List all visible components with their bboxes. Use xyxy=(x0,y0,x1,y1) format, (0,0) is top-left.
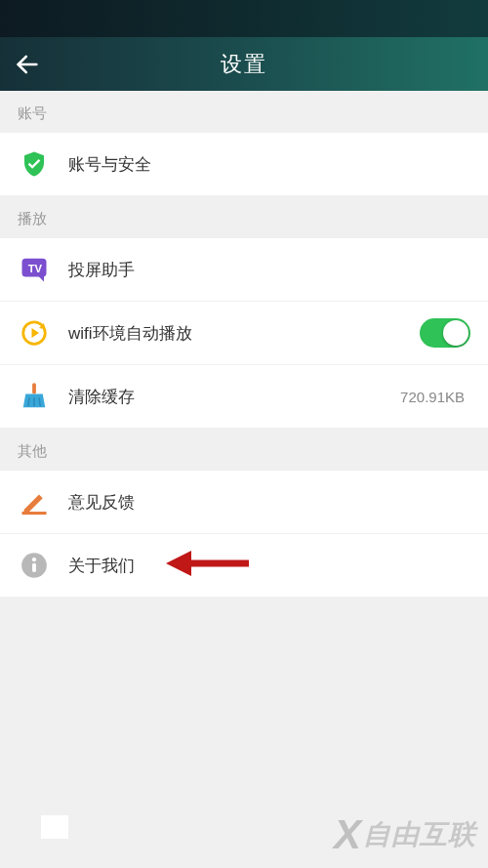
watermark-logo-icon: X xyxy=(334,811,361,858)
item-feedback[interactable]: 意见反馈 xyxy=(0,471,488,534)
shield-icon xyxy=(20,149,49,179)
svg-rect-11 xyxy=(32,563,36,572)
cast-icon: TV xyxy=(20,255,49,284)
item-account-security[interactable]: 账号与安全 xyxy=(0,133,488,196)
header: 设置 xyxy=(0,37,488,91)
svg-point-10 xyxy=(32,558,36,561)
wifi-autoplay-toggle[interactable] xyxy=(420,318,470,348)
svg-rect-4 xyxy=(32,383,36,393)
status-bar xyxy=(0,0,488,37)
section-header-other: 其他 xyxy=(0,429,488,471)
item-about-us[interactable]: 关于我们 xyxy=(0,534,488,598)
feedback-icon xyxy=(20,487,49,517)
item-label: wifi环境自动播放 xyxy=(68,322,420,345)
watermark-text: 自由互联 xyxy=(363,816,476,853)
item-label: 意见反馈 xyxy=(68,491,470,514)
section-header-playback: 播放 xyxy=(0,196,488,238)
info-icon xyxy=(20,552,48,579)
broom-icon xyxy=(20,382,49,411)
item-cast-helper[interactable]: TV 投屏助手 xyxy=(0,238,488,302)
autoplay-icon xyxy=(20,318,49,348)
back-arrow-icon xyxy=(14,51,41,78)
svg-rect-8 xyxy=(22,512,47,515)
svg-text:TV: TV xyxy=(28,263,43,274)
cache-size-value: 720.91KB xyxy=(400,389,465,405)
item-label: 清除缓存 xyxy=(68,386,400,408)
item-clear-cache[interactable]: 清除缓存 720.91KB xyxy=(0,365,488,429)
annotation-arrow xyxy=(166,547,254,584)
section-header-account: 账号 xyxy=(0,91,488,133)
watermark: X 自由互联 xyxy=(0,802,488,868)
page-title: 设置 xyxy=(0,50,488,79)
item-label: 关于我们 xyxy=(68,555,470,577)
item-label: 账号与安全 xyxy=(68,153,470,176)
item-wifi-autoplay[interactable]: wifi环境自动播放 xyxy=(0,302,488,365)
item-label: 投屏助手 xyxy=(68,259,470,281)
back-button[interactable] xyxy=(14,51,41,78)
